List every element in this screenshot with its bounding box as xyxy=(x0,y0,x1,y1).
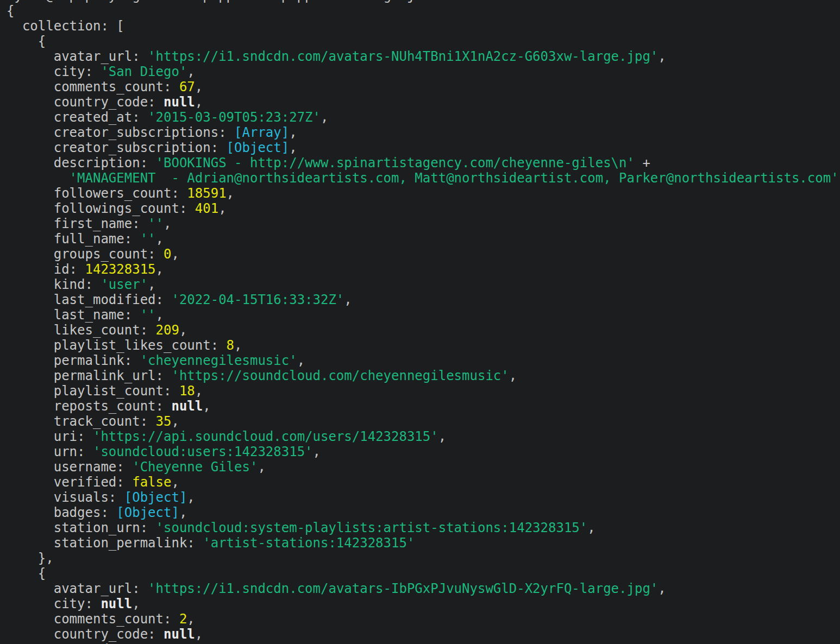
token-plain: , xyxy=(179,323,187,338)
terminal-line: likes_count: 209, xyxy=(7,323,840,338)
token-plain: full_name: xyxy=(7,231,140,247)
token-plain: urn: xyxy=(7,444,93,459)
terminal-line: verified: false, xyxy=(7,475,840,490)
token-plain: id: xyxy=(7,262,85,277)
terminal-line: country_code: null, xyxy=(7,627,840,642)
token-plain: + xyxy=(635,155,650,171)
terminal-line: created_at: '2015-03-09T05:23:27Z', xyxy=(7,110,840,125)
token-plain: , xyxy=(203,399,210,414)
token-plain: , xyxy=(195,627,203,642)
token-plain: , xyxy=(344,292,352,307)
token-plain: created_at: xyxy=(7,110,148,125)
token-plain: playlist_likes_count: xyxy=(7,338,227,353)
token-plain: , xyxy=(171,414,179,429)
token-null: null xyxy=(164,94,195,110)
token-plain: avatar_url: xyxy=(7,581,148,596)
token-plain: , xyxy=(171,475,179,490)
token-plain: , xyxy=(156,307,164,323)
token-plain: , xyxy=(321,110,328,125)
token-num: 8 xyxy=(227,338,234,353)
terminal-line: urn: 'soundcloud:users:142328315', xyxy=(7,444,840,459)
terminal-line: track_count: 35, xyxy=(7,414,840,429)
token-num: 18591 xyxy=(187,186,226,201)
terminal-line-clipped-bottom: created_at: '2015- xyxy=(7,642,840,644)
token-plain: permalink: xyxy=(7,353,140,368)
token-str: '' xyxy=(140,307,156,323)
terminal-line: followers_count: 18591, xyxy=(7,186,840,201)
terminal-line: last_modified: '2022-04-15T16:33:32Z', xyxy=(7,292,840,307)
token-plain xyxy=(7,171,70,186)
token-null: null xyxy=(101,596,132,611)
terminal-window: dylan@mbp playing % node puppeteer puppe… xyxy=(0,0,840,644)
token-plain: , xyxy=(234,338,242,353)
token-plain: , xyxy=(132,596,140,611)
token-plain: track_count: xyxy=(7,414,156,429)
token-plain: }, xyxy=(7,551,54,566)
token-plain: country_code: xyxy=(7,627,164,642)
terminal-line: station_urn: 'soundcloud:system-playlist… xyxy=(7,520,840,535)
token-plain: , xyxy=(187,490,195,505)
token-str: '2015- xyxy=(148,642,195,644)
token-plain: playlist_count: xyxy=(7,383,179,399)
token-str: '2015-03-09T05:23:27Z' xyxy=(148,110,321,125)
token-plain: { xyxy=(7,34,46,49)
terminal-line: { xyxy=(7,34,840,49)
terminal-line: comments_count: 2, xyxy=(7,611,840,627)
token-plain: first_name: xyxy=(7,216,148,231)
token-plain: kind: xyxy=(7,277,101,292)
token-num: 209 xyxy=(156,323,179,338)
terminal-line: { xyxy=(7,3,840,18)
token-plain: followings_count: xyxy=(7,201,195,216)
terminal-line: { xyxy=(7,566,840,581)
terminal-line: uri: 'https://api.soundcloud.com/users/1… xyxy=(7,429,840,444)
token-plain: last_name: xyxy=(7,307,140,323)
token-plain: reposts_count: xyxy=(7,399,171,414)
terminal-line: username: 'Cheyenne Giles', xyxy=(7,459,840,475)
terminal-line: first_name: '', xyxy=(7,216,840,231)
terminal-line: 'MANAGEMENT - Adrian@northsideartists.co… xyxy=(7,171,840,186)
terminal-line: kind: 'user', xyxy=(7,277,840,292)
token-num: 0 xyxy=(164,247,171,262)
terminal-line: reposts_count: null, xyxy=(7,399,840,414)
token-ref: [Object] xyxy=(124,490,187,505)
token-str: 'soundcloud:system-playlists:artist-stat… xyxy=(156,520,588,535)
terminal-line: playlist_count: 18, xyxy=(7,383,840,399)
token-plain: visuals: xyxy=(7,490,124,505)
token-plain: , xyxy=(438,429,446,444)
token-plain: , xyxy=(289,140,297,155)
terminal-line: city: null, xyxy=(7,596,840,611)
terminal-line: badges: [Object], xyxy=(7,505,840,520)
token-plain: station_urn: xyxy=(7,520,156,535)
token-plain: collection: [ xyxy=(7,18,124,34)
token-plain: description: xyxy=(7,155,156,171)
terminal-line: comments_count: 67, xyxy=(7,79,840,94)
terminal-line: creator_subscription: [Object], xyxy=(7,140,840,155)
token-plain: dylan@mbp playing % node puppeteer puppe… xyxy=(7,0,423,3)
terminal-line: city: 'San Diego', xyxy=(7,64,840,79)
token-str: 'artist-stations:142328315' xyxy=(203,535,415,551)
terminal-line: groups_count: 0, xyxy=(7,247,840,262)
token-str: '2022-04-15T16:33:32Z' xyxy=(171,292,344,307)
token-str: 'https://soundcloud.com/cheyennegilesmus… xyxy=(171,368,509,383)
token-plain: , xyxy=(187,611,195,627)
token-ref: [Object] xyxy=(116,505,179,520)
token-plain: badges: xyxy=(7,505,116,520)
terminal-line: }, xyxy=(7,551,840,566)
terminal-line: visuals: [Object], xyxy=(7,490,840,505)
terminal-line: avatar_url: 'https://i1.sndcdn.com/avata… xyxy=(7,49,840,64)
token-plain: , xyxy=(658,49,666,64)
token-plain: country_code: xyxy=(7,94,164,110)
token-plain: , xyxy=(195,383,203,399)
token-plain: station_permalink: xyxy=(7,535,203,551)
token-plain: uri: xyxy=(7,429,93,444)
token-plain: , xyxy=(187,64,195,79)
terminal-line: permalink: 'cheyennegilesmusic', xyxy=(7,353,840,368)
token-plain: { xyxy=(7,3,14,18)
token-str: 'BOOKINGS - http://www.spinartistagency.… xyxy=(156,155,635,171)
token-plain: , xyxy=(179,505,187,520)
terminal-line: last_name: '', xyxy=(7,307,840,323)
token-plain: permalink_url: xyxy=(7,368,171,383)
token-str: 'https://i1.sndcdn.com/avatars-IbPGxPJvu… xyxy=(148,581,658,596)
token-plain: creator_subscription: xyxy=(7,140,227,155)
token-plain: { xyxy=(7,566,46,581)
